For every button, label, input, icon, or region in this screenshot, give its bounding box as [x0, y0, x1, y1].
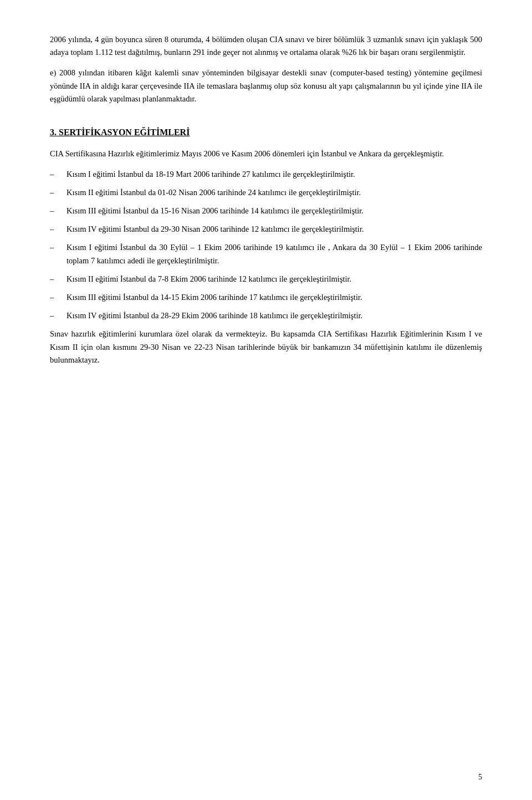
bullet-item-1: Kısım I eğitimi İstanbul da 18-19 Mart 2… — [50, 168, 482, 181]
page: 2006 yılında, 4 gün boyunca süren 8 otur… — [0, 0, 532, 800]
section-intro: CIA Sertifikasına Hazırlık eğitimlerimiz… — [50, 147, 482, 160]
bullet-item-4: Kısım IV eğitimi İstanbul da 29-30 Nisan… — [50, 223, 482, 236]
bullet-item-5: Kısım I eğitimi İstanbul da 30 Eylül – 1… — [50, 241, 482, 267]
bullet-item-2: Kısım II eğitimi İstanbul da 01-02 Nisan… — [50, 186, 482, 199]
bullet-item-7: Kısım III eğitimi İstanbul da 14-15 Ekim… — [50, 291, 482, 304]
section-number: 3. — [50, 128, 57, 137]
closing-paragraph: Sınav hazırlık eğitimlerini kurumlara öz… — [50, 328, 482, 366]
section-title: SERTİFİKASYON EĞİTİMLERİ — [59, 128, 190, 137]
paragraph-1: 2006 yılında, 4 gün boyunca süren 8 otur… — [50, 33, 482, 59]
bullet-item-8: Kısım IV eğitimi İstanbul da 28-29 Ekim … — [50, 309, 482, 322]
bullet-item-3: Kısım III eğitimi İstanbul da 15-16 Nisa… — [50, 205, 482, 217]
bullet-item-6: Kısım II eğitimi İstanbul da 7-8 Ekim 20… — [50, 273, 482, 286]
section-heading: 3. SERTİFİKASYON EĞİTİMLERİ — [50, 125, 482, 140]
bullet-list: Kısım I eğitimi İstanbul da 18-19 Mart 2… — [50, 168, 482, 323]
page-number: 5 — [478, 771, 482, 783]
paragraph-2: e) 2008 yılından itibaren kâğıt kalemli … — [50, 67, 482, 105]
